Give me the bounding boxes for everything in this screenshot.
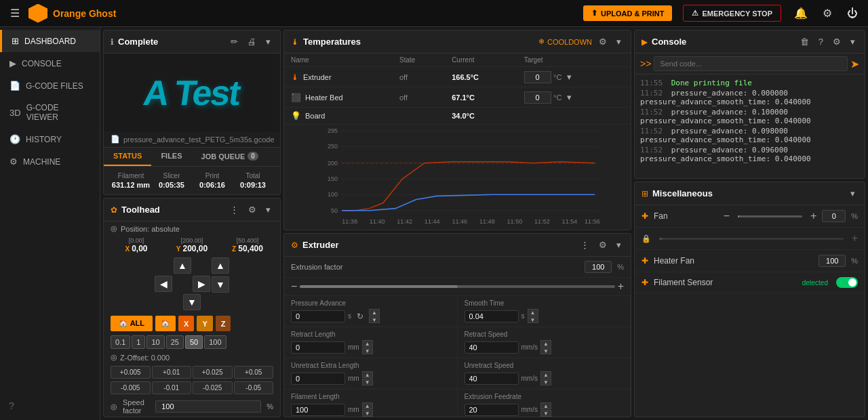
- pressure-advance-input[interactable]: [291, 310, 345, 322]
- pencil-button[interactable]: ✏: [228, 35, 241, 48]
- cooldown-button[interactable]: ❄ COOLDOWN: [538, 37, 592, 46]
- pressure-advance-refresh[interactable]: ↻: [354, 310, 366, 322]
- temp-expand-button[interactable]: ▾: [614, 35, 624, 48]
- step-25-button[interactable]: 25: [166, 335, 184, 349]
- sidebar-item-gcode-files[interactable]: 📄 G-CODE FILES: [0, 75, 100, 97]
- extrusion-minus-button[interactable]: −: [291, 280, 297, 293]
- heater-fan-value[interactable]: [818, 255, 846, 267]
- home-icon-button[interactable]: 🏠: [155, 316, 176, 331]
- filament-length-input[interactable]: [291, 404, 345, 416]
- extruder-settings-button[interactable]: ⚙: [596, 238, 610, 251]
- fan-minus-button[interactable]: −: [724, 210, 730, 222]
- console-send-button[interactable]: ➤: [850, 58, 859, 70]
- console-clear-button[interactable]: 🗑: [797, 35, 812, 48]
- pressure-advance-up[interactable]: ▲: [369, 309, 380, 316]
- offset-down-05[interactable]: -0.05: [234, 381, 274, 394]
- retract-speed-up[interactable]: ▲: [540, 340, 551, 347]
- sidebar-item-dashboard[interactable]: ⊞ DASHBOARD: [0, 30, 100, 52]
- toolhead-more-button[interactable]: ⋮: [227, 203, 241, 216]
- extrusion-input[interactable]: [585, 261, 612, 273]
- console-help-button[interactable]: ?: [816, 35, 826, 48]
- retract-length-up[interactable]: ▲: [362, 340, 373, 347]
- step-100-button[interactable]: 100: [204, 335, 226, 349]
- offset-down-01[interactable]: -0.01: [152, 381, 192, 394]
- filament-length-down[interactable]: ▼: [362, 410, 373, 417]
- toolhead-expand-button[interactable]: ▾: [263, 203, 273, 216]
- smooth-time-down[interactable]: ▼: [528, 316, 538, 323]
- unretract-extra-down[interactable]: ▼: [362, 379, 373, 385]
- emergency-stop-button[interactable]: ⚠ EMERGENCY STOP: [683, 5, 781, 22]
- jog-up-button[interactable]: ▲: [174, 257, 191, 274]
- step-01-button[interactable]: 0.1: [111, 335, 130, 349]
- temp-settings-button[interactable]: ⚙: [596, 35, 610, 48]
- sidebar-item-machine[interactable]: ⚙ MACHINE: [0, 150, 100, 173]
- home-x-button[interactable]: X: [178, 316, 194, 331]
- extrusion-feedrate-down[interactable]: ▼: [540, 410, 551, 417]
- jog-z-up-button[interactable]: ▲: [212, 257, 229, 274]
- jog-down-button[interactable]: ▼: [183, 294, 201, 310]
- filament-length-up[interactable]: ▲: [362, 402, 373, 409]
- unretract-speed-input[interactable]: [465, 373, 519, 385]
- console-expand-button[interactable]: ▾: [848, 35, 858, 48]
- console-settings-button[interactable]: ⚙: [830, 35, 844, 48]
- extruder-dropdown-button[interactable]: ▾: [564, 70, 574, 83]
- toolhead-settings-button[interactable]: ⚙: [245, 203, 259, 216]
- power-button[interactable]: ⏻: [845, 5, 860, 22]
- sidebar-item-gcode-viewer[interactable]: 3D G-CODE VIEWER: [0, 97, 100, 128]
- retract-speed-input[interactable]: [465, 341, 519, 354]
- bed-target-input[interactable]: [524, 91, 551, 104]
- extrusion-feedrate-up[interactable]: ▲: [540, 402, 551, 409]
- jog-right-button[interactable]: ▶: [193, 276, 210, 292]
- jog-z-down-button[interactable]: ▼: [212, 276, 229, 293]
- fan-plus-button[interactable]: +: [810, 210, 816, 222]
- home-all-button[interactable]: 🏠 ALL: [111, 316, 153, 331]
- smooth-time-up[interactable]: ▲: [528, 309, 538, 316]
- sidebar-item-console[interactable]: ▶ CONSOLE: [0, 52, 100, 75]
- unretract-speed-up[interactable]: ▲: [540, 371, 551, 378]
- extruder-expand-button[interactable]: ▾: [614, 238, 624, 251]
- tab-job-queue[interactable]: JOB QUEUE 0: [192, 148, 268, 166]
- expand-button[interactable]: ▾: [263, 35, 273, 48]
- pressure-advance-down[interactable]: ▼: [369, 316, 380, 323]
- retract-length-input[interactable]: [291, 341, 345, 354]
- bed-dropdown-button[interactable]: ▾: [564, 91, 574, 104]
- console-input[interactable]: [654, 56, 848, 71]
- offset-down-025[interactable]: -0.025: [193, 381, 233, 394]
- unretract-extra-up[interactable]: ▲: [362, 371, 373, 378]
- home-y-button[interactable]: Y: [197, 316, 212, 331]
- tab-files[interactable]: FILES: [151, 148, 191, 166]
- home-z-button[interactable]: Z: [216, 316, 231, 331]
- step-10-button[interactable]: 10: [146, 335, 164, 349]
- fan-value-input[interactable]: [822, 210, 846, 222]
- unretract-speed-down[interactable]: ▼: [540, 379, 551, 385]
- menu-button[interactable]: ☰: [8, 5, 22, 22]
- help-button[interactable]: ?: [7, 398, 16, 413]
- jog-left-button[interactable]: ◀: [155, 276, 172, 292]
- misc-expand-button[interactable]: ▾: [848, 187, 858, 200]
- extruder-target-input[interactable]: [524, 71, 551, 83]
- speed-input[interactable]: [155, 400, 261, 413]
- filament-sensor-toggle[interactable]: [836, 277, 858, 288]
- step-1-button[interactable]: 1: [132, 335, 145, 349]
- tab-status[interactable]: STATUS: [104, 148, 151, 166]
- offset-up-01[interactable]: +0.01: [152, 366, 192, 379]
- extruder-more-button[interactable]: ⋮: [578, 238, 592, 251]
- step-50-button[interactable]: 50: [185, 335, 203, 349]
- smooth-time-input[interactable]: [465, 310, 519, 322]
- offset-up-025[interactable]: +0.025: [193, 366, 233, 379]
- sidebar-item-history[interactable]: 🕐 HISTORY: [0, 128, 100, 150]
- offset-up-005[interactable]: +0.005: [111, 366, 151, 379]
- offset-up-05[interactable]: +0.05: [234, 366, 274, 379]
- notification-button[interactable]: 🔔: [792, 5, 810, 22]
- unretract-extra-input[interactable]: [291, 373, 345, 385]
- extrusion-feedrate-input[interactable]: [465, 404, 519, 416]
- fan-slider[interactable]: [738, 215, 802, 217]
- retract-length-down[interactable]: ▼: [362, 348, 373, 354]
- print-button[interactable]: 🖨: [245, 35, 259, 48]
- settings-button[interactable]: ⚙: [821, 5, 834, 22]
- offset-down-005[interactable]: -0.005: [111, 381, 151, 394]
- upload-print-button[interactable]: ⬆ UPLOAD & PRINT: [583, 5, 673, 21]
- extrusion-plus-button[interactable]: +: [618, 280, 624, 293]
- extrusion-slider-track[interactable]: [300, 285, 614, 288]
- retract-speed-down[interactable]: ▼: [540, 348, 551, 354]
